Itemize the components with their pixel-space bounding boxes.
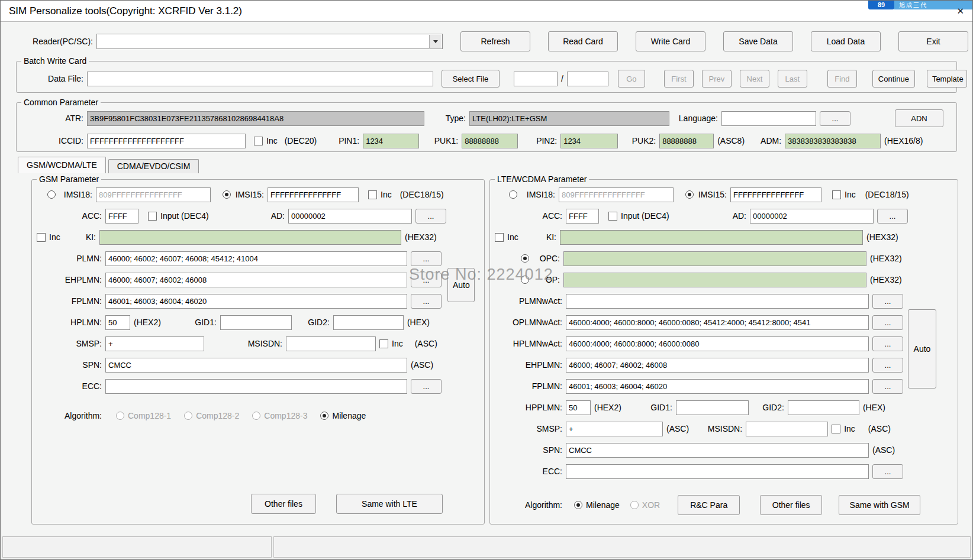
- gsm-other-files-button[interactable]: Other files: [251, 494, 316, 514]
- lte-imsi15-input[interactable]: [730, 187, 821, 202]
- gsm-acc-input-dec4-checkbox[interactable]: [148, 212, 157, 221]
- gsm-ki-inc-checkbox[interactable]: [37, 233, 46, 242]
- puk2-field[interactable]: [659, 134, 714, 148]
- gsm-ecc-input[interactable]: [105, 379, 407, 394]
- template-button[interactable]: Template: [927, 70, 967, 88]
- language-ellipsis-button[interactable]: ...: [820, 111, 850, 126]
- gsm-plmn-ellipsis-button[interactable]: ...: [411, 251, 442, 266]
- lte-other-files-button[interactable]: Other files: [760, 495, 822, 515]
- adn-button[interactable]: ADN: [895, 109, 943, 127]
- adm-field[interactable]: [785, 134, 881, 148]
- lte-ecc-ellipsis-button[interactable]: ...: [872, 464, 903, 479]
- gsm-msisdn-input[interactable]: [286, 336, 376, 351]
- rc-para-button[interactable]: R&C Para: [678, 495, 740, 515]
- gsm-imsi18-input[interactable]: [96, 187, 211, 202]
- gsm-fplmn-ellipsis-button[interactable]: ...: [411, 294, 442, 309]
- lte-imsi-inc-checkbox[interactable]: [832, 190, 841, 199]
- lte-acc-input[interactable]: [566, 209, 599, 224]
- lte-spn-format-label: (ASC): [872, 445, 895, 455]
- lte-fplmn-input[interactable]: [566, 379, 869, 394]
- lte-smsp-input[interactable]: [566, 422, 663, 436]
- record-position-input[interactable]: [514, 72, 558, 86]
- gsm-ad-ellipsis-button[interactable]: ...: [415, 209, 446, 224]
- refresh-button[interactable]: Refresh: [460, 31, 530, 51]
- gsm-ecc-ellipsis-button[interactable]: ...: [411, 379, 442, 394]
- gsm-spn-input[interactable]: [105, 358, 407, 373]
- lte-plmnwact-input[interactable]: [566, 294, 869, 309]
- reader-input[interactable]: [97, 34, 442, 48]
- gsm-acc-input[interactable]: [105, 209, 138, 224]
- exit-button[interactable]: Exit: [898, 31, 968, 51]
- iccid-input[interactable]: [87, 134, 246, 148]
- gsm-fplmn-input[interactable]: [105, 294, 407, 309]
- continue-button[interactable]: Continue: [872, 70, 915, 88]
- tab-cdma-evdo-csim[interactable]: CDMA/EVDO/CSIM: [108, 159, 199, 173]
- pin1-field[interactable]: [363, 134, 419, 148]
- lte-msisdn-input[interactable]: [746, 422, 828, 436]
- gsm-smsp-input[interactable]: [105, 336, 204, 351]
- load-data-button[interactable]: Load Data: [811, 31, 881, 51]
- gsm-milenage-radio[interactable]: [320, 412, 328, 420]
- lte-ad-ellipsis-button[interactable]: ...: [877, 209, 908, 224]
- puk1-field[interactable]: [462, 134, 518, 148]
- record-total-input[interactable]: [567, 72, 608, 86]
- reader-combobox[interactable]: [96, 34, 443, 49]
- lte-hpplmn-input[interactable]: [566, 400, 591, 415]
- dropdown-arrow-icon[interactable]: [429, 35, 442, 48]
- gsm-plmn-input[interactable]: [105, 251, 407, 266]
- opc-radio[interactable]: [521, 254, 529, 263]
- write-card-button[interactable]: Write Card: [636, 31, 705, 51]
- lte-imsi18-input[interactable]: [559, 187, 674, 202]
- lte-ki-inc-checkbox[interactable]: [495, 233, 504, 242]
- lte-acc-input-dec4-checkbox[interactable]: [608, 212, 617, 221]
- op-radio[interactable]: [521, 276, 529, 284]
- data-file-input[interactable]: [87, 72, 433, 86]
- lte-ehplmn-input[interactable]: [566, 358, 869, 373]
- tab-strip: GSM/WCDMA/LTE CDMA/EVDO/CSIM: [18, 157, 972, 173]
- tab-gsm-wcdma-lte[interactable]: GSM/WCDMA/LTE: [18, 157, 106, 173]
- gsm-msisdn-inc-checkbox[interactable]: [379, 339, 388, 348]
- gsm-hplmn-input[interactable]: [105, 315, 130, 330]
- gsm-ehplmn-ellipsis-button[interactable]: ...: [411, 273, 442, 287]
- gsm-imsi15-input[interactable]: [268, 187, 359, 202]
- language-input[interactable]: [721, 111, 816, 126]
- lte-ki-input[interactable]: [560, 230, 863, 245]
- gsm-ehplmn-input[interactable]: [105, 273, 407, 287]
- same-with-lte-button[interactable]: Same with LTE: [336, 494, 443, 514]
- same-with-gsm-button[interactable]: Same with GSM: [839, 495, 920, 515]
- lte-imsi15-radio[interactable]: [685, 190, 694, 199]
- lte-hplmnwact-input[interactable]: [566, 336, 869, 351]
- gsm-ad-input[interactable]: [288, 209, 412, 224]
- adm-label: ADM:: [756, 136, 781, 145]
- lte-ad-input[interactable]: [750, 209, 874, 224]
- close-icon[interactable]: ✕: [956, 6, 964, 17]
- lte-ehplmn-ellipsis-button[interactable]: ...: [872, 358, 903, 373]
- gsm-imsi18-radio[interactable]: [47, 190, 56, 199]
- gsm-ki-input[interactable]: [99, 230, 401, 245]
- lte-msisdn-inc-checkbox[interactable]: [832, 425, 840, 433]
- lte-fplmn-ellipsis-button[interactable]: ...: [872, 379, 903, 394]
- lte-opc-input[interactable]: [563, 251, 866, 266]
- select-file-button[interactable]: Select File: [442, 70, 500, 88]
- lte-oplmnwact-input[interactable]: [566, 315, 869, 330]
- pin2-field[interactable]: [560, 134, 618, 148]
- gsm-gid2-input[interactable]: [333, 315, 404, 330]
- save-data-button[interactable]: Save Data: [723, 31, 793, 51]
- lte-spn-input[interactable]: [566, 443, 869, 458]
- gsm-imsi-inc-checkbox[interactable]: [368, 190, 377, 199]
- lte-auto-button[interactable]: Auto: [908, 309, 936, 389]
- gsm-gid1-input[interactable]: [220, 315, 292, 330]
- lte-op-input[interactable]: [563, 273, 866, 287]
- read-card-button[interactable]: Read Card: [548, 31, 618, 51]
- lte-plmnwact-ellipsis-button[interactable]: ...: [872, 294, 903, 309]
- lte-oplmnwact-ellipsis-button[interactable]: ...: [872, 315, 903, 330]
- lte-milenage-radio[interactable]: [574, 501, 582, 509]
- lte-gid2-input[interactable]: [788, 400, 859, 415]
- iccid-inc-checkbox[interactable]: [254, 137, 263, 145]
- gsm-imsi15-radio[interactable]: [223, 190, 231, 199]
- lte-hplmnwact-ellipsis-button[interactable]: ...: [872, 336, 903, 351]
- lte-imsi18-radio[interactable]: [509, 190, 517, 199]
- lte-gid1-input[interactable]: [676, 400, 749, 415]
- lte-ecc-input[interactable]: [566, 464, 869, 479]
- gsm-auto-button[interactable]: Auto: [447, 268, 475, 302]
